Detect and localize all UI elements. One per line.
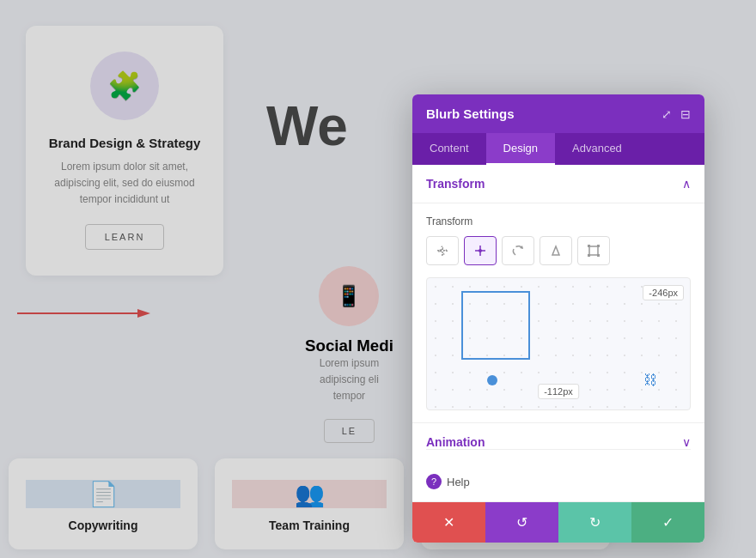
transform-sublabel: Transform — [426, 215, 691, 227]
y-value-label: -112px — [538, 384, 579, 399]
transform-move-btn[interactable]: ↖ — [426, 236, 459, 265]
animation-section-title: Animation — [426, 435, 485, 449]
transform-visual-area[interactable]: ⛓ -246px -112px — [426, 277, 691, 410]
translate-dot-y[interactable] — [487, 375, 497, 385]
tab-content[interactable]: Content — [412, 133, 486, 165]
transform-section-title: Transform — [426, 177, 485, 191]
tab-design[interactable]: Design — [486, 133, 555, 165]
help-icon[interactable]: ? — [426, 474, 442, 489]
modal-header-icons: ⤢ ⊟ — [662, 107, 691, 121]
svg-rect-8 — [589, 246, 598, 255]
save-icon: ✓ — [662, 514, 674, 531]
svg-rect-10 — [597, 245, 600, 247]
save-button[interactable]: ✓ — [631, 502, 704, 543]
x-value-label: -246px — [643, 285, 684, 300]
animation-section: Animation ∨ — [412, 422, 704, 462]
modal-title: Blurb Settings — [426, 106, 515, 121]
chain-link-icon[interactable]: ⛓ — [643, 373, 657, 388]
modal-footer: ✕ ↺ ↻ ✓ — [412, 501, 704, 543]
svg-rect-12 — [597, 254, 600, 257]
reset-button[interactable]: ↺ — [485, 502, 558, 543]
transform-skew-btn[interactable] — [540, 236, 572, 265]
modal-body: Transform ∧ Transform ↖ — [412, 165, 704, 501]
redo-icon: ↻ — [589, 514, 601, 531]
svg-marker-7 — [552, 246, 559, 255]
columns-icon[interactable]: ⊟ — [680, 107, 691, 121]
transform-rect-element — [461, 291, 530, 360]
cancel-button[interactable]: ✕ — [412, 502, 485, 543]
redo-button[interactable]: ↻ — [558, 502, 631, 543]
animation-chevron-down-icon: ∨ — [682, 435, 691, 449]
cancel-icon: ✕ — [443, 514, 454, 531]
help-label[interactable]: Help — [447, 476, 470, 488]
svg-text:↖: ↖ — [438, 246, 446, 257]
modal-tabs: Content Design Advanced — [412, 133, 704, 165]
tab-advanced[interactable]: Advanced — [555, 133, 639, 165]
modal-header: Blurb Settings ⤢ ⊟ — [412, 94, 704, 133]
transform-section-header[interactable]: Transform ∧ — [412, 165, 704, 203]
blurb-settings-modal: Blurb Settings ⤢ ⊟ Content Design Advanc… — [412, 94, 704, 543]
reset-icon: ↺ — [516, 514, 527, 531]
expand-icon[interactable]: ⤢ — [662, 107, 672, 121]
help-area: ? Help — [412, 462, 704, 501]
svg-point-5 — [479, 249, 482, 252]
transform-translate-btn[interactable] — [464, 236, 497, 265]
transform-chevron-up-icon: ∧ — [682, 177, 691, 191]
transform-icons-row: ↖ — [426, 236, 691, 265]
transform-rotate-btn[interactable] — [502, 236, 534, 265]
transform-content: Transform ↖ — [412, 203, 704, 422]
svg-rect-9 — [588, 245, 590, 247]
svg-rect-11 — [588, 254, 590, 257]
animation-section-header[interactable]: Animation ∨ — [426, 435, 691, 450]
transform-scale-btn[interactable] — [577, 236, 610, 265]
